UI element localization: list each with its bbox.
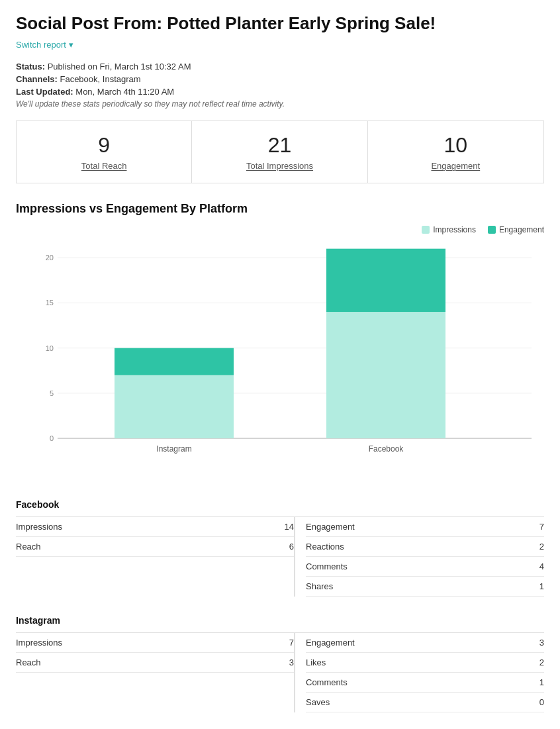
table-row: Reach6 xyxy=(16,537,294,557)
table-row: Likes2 xyxy=(306,653,544,673)
svg-text:0: 0 xyxy=(50,434,54,442)
chart-title: Impressions vs Engagement By Platform xyxy=(16,202,544,216)
svg-text:20: 20 xyxy=(46,254,54,262)
svg-text:Instagram: Instagram xyxy=(156,444,191,454)
table-row: Saves0 xyxy=(306,693,544,712)
svg-text:10: 10 xyxy=(46,344,54,352)
table-row: Impressions7 xyxy=(16,633,294,653)
facebook-left-table: Impressions14Reach6 xyxy=(16,516,294,597)
engagement-cell: 10 Engagement xyxy=(368,121,543,183)
chart-legend: Impressions Engagement xyxy=(16,225,544,234)
engagement-legend-label: Engagement xyxy=(499,225,544,234)
svg-rect-13 xyxy=(326,312,445,438)
total-impressions-number: 21 xyxy=(203,133,356,158)
status-line: Status: Published on Fri, March 1st 10:3… xyxy=(16,62,544,72)
chart-section: Impressions vs Engagement By Platform Im… xyxy=(16,202,544,478)
table-row: Impressions14 xyxy=(16,517,294,537)
engagement-legend-dot xyxy=(488,226,496,234)
table-row: Shares1 xyxy=(306,577,544,597)
svg-rect-10 xyxy=(115,375,234,438)
instagram-tables: Impressions7Reach3 Engagement3Likes2Comm… xyxy=(16,632,544,712)
svg-text:5: 5 xyxy=(50,389,54,397)
svg-text:Facebook: Facebook xyxy=(369,444,404,454)
total-reach-label: Total Reach xyxy=(81,161,127,171)
total-reach-number: 9 xyxy=(27,133,181,158)
last-updated-line: Last Updated: Mon, March 4th 11:20 AM xyxy=(16,87,544,97)
switch-report-link[interactable]: Switch report ▾ xyxy=(16,40,73,50)
facebook-header: Facebook xyxy=(16,499,544,510)
impressions-legend-label: Impressions xyxy=(433,225,476,234)
instagram-header: Instagram xyxy=(16,615,544,626)
total-impressions-label: Total Impressions xyxy=(246,161,313,171)
facebook-section: Facebook Impressions14Reach6 Engagement7… xyxy=(16,499,544,597)
total-impressions-cell: 21 Total Impressions xyxy=(192,121,367,183)
legend-engagement: Engagement xyxy=(488,225,544,234)
table-row: Comments1 xyxy=(306,673,544,693)
total-reach-cell: 9 Total Reach xyxy=(17,121,192,183)
page-title: Social Post From: Potted Planter Early S… xyxy=(16,13,544,34)
instagram-left-table: Impressions7Reach3 xyxy=(16,632,294,712)
meta-note: We'll update these stats periodically so… xyxy=(16,99,544,109)
engagement-label: Engagement xyxy=(431,161,480,171)
engagement-number: 10 xyxy=(379,133,533,158)
table-row: Reactions2 xyxy=(306,537,544,557)
meta-section: Status: Published on Fri, March 1st 10:3… xyxy=(16,62,544,109)
legend-impressions: Impressions xyxy=(422,225,476,234)
instagram-section: Instagram Impressions7Reach3 Engagement3… xyxy=(16,615,544,712)
impressions-legend-dot xyxy=(422,226,430,234)
channels-line: Channels: Facebook, Instagram xyxy=(16,74,544,84)
stats-grid: 9 Total Reach 21 Total Impressions 10 En… xyxy=(16,121,544,183)
table-row: Comments4 xyxy=(306,557,544,577)
chart-container: 05101520InstagramFacebook xyxy=(16,240,544,478)
instagram-right-table: Engagement3Likes2Comments1Saves0 xyxy=(294,632,544,712)
table-row: Engagement7 xyxy=(306,517,544,537)
facebook-right-table: Engagement7Reactions2Comments4Shares1 xyxy=(294,516,544,597)
svg-rect-11 xyxy=(115,348,234,375)
table-row: Reach3 xyxy=(16,653,294,673)
table-row: Engagement3 xyxy=(306,633,544,653)
chart-canvas: 05101520InstagramFacebook xyxy=(16,240,544,478)
facebook-tables: Impressions14Reach6 Engagement7Reactions… xyxy=(16,516,544,597)
svg-text:15: 15 xyxy=(46,299,54,307)
svg-rect-14 xyxy=(326,249,445,312)
